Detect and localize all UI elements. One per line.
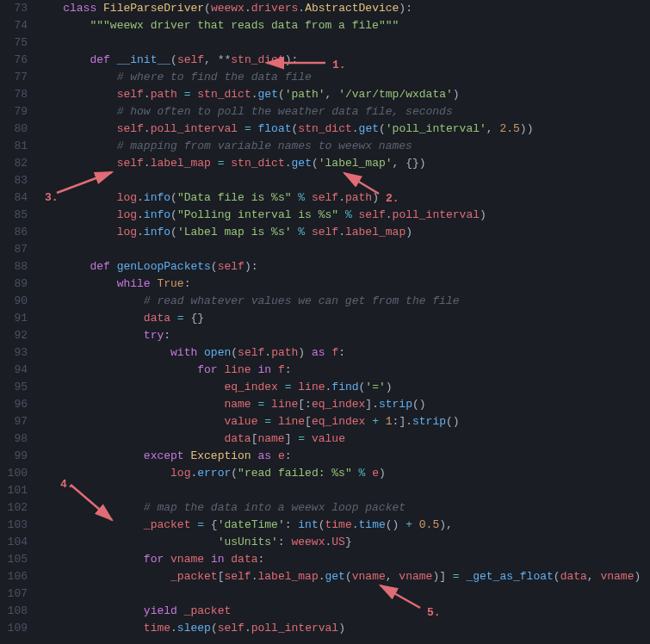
code-line[interactable]: with open(self.path) as f: (36, 344, 650, 362)
code-line[interactable]: name = line[:eq_index].strip() (36, 396, 650, 413)
line-number: 80 (0, 121, 28, 138)
line-number: 86 (0, 224, 28, 241)
line-number: 78 (0, 86, 28, 103)
line-number: 109 (0, 620, 28, 637)
code-line[interactable]: self.poll_interval = float(stn_dict.get(… (36, 121, 650, 138)
code-content[interactable]: class FileParseDriver(weewx.drivers.Abst… (36, 0, 650, 637)
code-line[interactable]: time.sleep(self.poll_interval) (36, 620, 650, 637)
line-number: 76 (0, 52, 28, 69)
code-line[interactable]: def __init__(self, **stn_dict): (36, 52, 650, 69)
code-line[interactable]: class FileParseDriver(weewx.drivers.Abst… (36, 0, 650, 17)
code-line[interactable]: log.info("Polling interval is %s" % self… (36, 207, 650, 224)
code-line[interactable]: value = line[eq_index + 1:].strip() (36, 413, 650, 430)
line-number: 104 (0, 534, 28, 551)
code-line[interactable]: self.label_map = stn_dict.get('label_map… (36, 155, 650, 172)
code-line[interactable]: log.info('Label map is %s' % self.label_… (36, 224, 650, 241)
code-line[interactable]: log.info("Data file is %s" % self.path) (36, 189, 650, 207)
line-number: 88 (0, 258, 28, 276)
line-number: 96 (0, 396, 28, 413)
code-line[interactable]: try: (36, 327, 650, 344)
line-number: 91 (0, 310, 28, 327)
code-line[interactable] (36, 241, 650, 258)
line-number: 85 (0, 207, 28, 224)
code-line[interactable] (36, 482, 650, 499)
line-number: 99 (0, 448, 28, 465)
code-line[interactable]: yield _packet (36, 603, 650, 620)
line-number: 93 (0, 344, 28, 362)
code-line[interactable]: eq_index = line.find('=') (36, 379, 650, 396)
line-number: 87 (0, 241, 28, 258)
code-line[interactable]: for vname in data: (36, 551, 650, 568)
line-number: 81 (0, 138, 28, 155)
code-line[interactable]: # map the data into a weewx loop packet (36, 499, 650, 517)
line-number: 90 (0, 293, 28, 310)
line-number: 108 (0, 603, 28, 620)
code-line[interactable]: data = {} (36, 310, 650, 327)
line-number: 107 (0, 585, 28, 603)
code-line[interactable]: log.error("read failed: %s" % e) (36, 465, 650, 482)
code-line[interactable]: """weewx driver that reads data from a f… (36, 17, 650, 34)
line-number: 106 (0, 568, 28, 585)
line-number: 101 (0, 482, 28, 499)
code-line[interactable]: while True: (36, 276, 650, 293)
code-line[interactable]: self.path = stn_dict.get('path', '/var/t… (36, 86, 650, 103)
code-line[interactable]: # how often to poll the weather data fil… (36, 103, 650, 121)
line-number: 94 (0, 362, 28, 379)
line-number: 77 (0, 69, 28, 86)
line-number: 103 (0, 517, 28, 534)
line-number: 92 (0, 327, 28, 344)
line-number: 102 (0, 499, 28, 517)
code-line[interactable]: # mapping from variable names to weewx n… (36, 138, 650, 155)
code-line[interactable]: _packet = {'dateTime': int(time.time() +… (36, 517, 650, 534)
code-line[interactable]: 'usUnits': weewx.US} (36, 534, 650, 551)
line-number: 83 (0, 172, 28, 189)
line-number: 95 (0, 379, 28, 396)
line-number: 75 (0, 34, 28, 52)
code-line[interactable] (36, 585, 650, 603)
code-line[interactable]: _packet[self.label_map.get(vname, vname)… (36, 568, 650, 585)
line-number-gutter: 7374757677787980818283848586878889909192… (0, 0, 36, 637)
line-number: 82 (0, 155, 28, 172)
line-number: 100 (0, 465, 28, 482)
line-number: 79 (0, 103, 28, 121)
code-line[interactable]: # read whatever values we can get from t… (36, 293, 650, 310)
line-number: 73 (0, 0, 28, 17)
code-line[interactable]: def genLoopPackets(self): (36, 258, 650, 276)
code-line[interactable] (36, 34, 650, 52)
code-editor: 7374757677787980818283848586878889909192… (0, 0, 650, 637)
code-line[interactable]: # where to find the data file (36, 69, 650, 86)
code-line[interactable]: except Exception as e: (36, 448, 650, 465)
line-number: 89 (0, 276, 28, 293)
line-number: 98 (0, 430, 28, 448)
line-number: 74 (0, 17, 28, 34)
code-line[interactable] (36, 172, 650, 189)
line-number: 97 (0, 413, 28, 430)
line-number: 84 (0, 189, 28, 207)
code-line[interactable]: data[name] = value (36, 430, 650, 448)
line-number: 105 (0, 551, 28, 568)
code-line[interactable]: for line in f: (36, 362, 650, 379)
